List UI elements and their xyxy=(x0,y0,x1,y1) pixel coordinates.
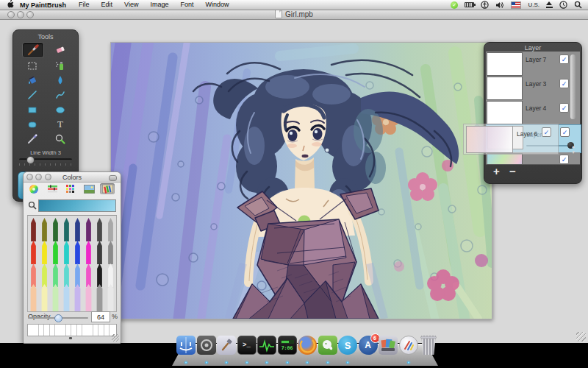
add-layer-button[interactable]: + xyxy=(493,166,500,177)
crayon[interactable] xyxy=(73,241,82,264)
dock-finder[interactable] xyxy=(176,336,196,355)
tool-ellipse[interactable] xyxy=(50,102,71,117)
painting-canvas[interactable] xyxy=(110,42,492,319)
layer-visible-checkbox[interactable]: ✓ xyxy=(559,103,569,113)
tool-eraser[interactable] xyxy=(50,42,71,57)
dock-skype[interactable]: S xyxy=(338,336,357,355)
crayon[interactable] xyxy=(73,284,82,312)
dock-firefox[interactable] xyxy=(298,336,317,355)
layer-thumbnail[interactable] xyxy=(487,153,523,165)
app-menu-title[interactable]: My PaintBrush xyxy=(17,1,73,9)
layer-row[interactable]: Layer 7 ✓ xyxy=(486,52,580,77)
dock-activity-monitor[interactable] xyxy=(257,336,276,355)
menu-image[interactable]: Image xyxy=(144,0,174,10)
crayon[interactable] xyxy=(84,218,93,241)
dock-evernote[interactable] xyxy=(318,336,337,355)
layer-visible-checkbox[interactable]: ✓ xyxy=(559,54,569,64)
sync-check-icon[interactable]: ✓ xyxy=(451,1,458,9)
color-search-icon[interactable] xyxy=(28,201,37,210)
scroll-up-arrow[interactable]: ▲ xyxy=(570,144,577,149)
current-color-bar[interactable] xyxy=(38,199,116,212)
dock-my-paintbrush[interactable] xyxy=(399,336,418,355)
crayon[interactable] xyxy=(95,284,104,312)
crayon[interactable] xyxy=(62,284,71,312)
dock-terminal[interactable]: >_ xyxy=(237,336,257,355)
crayon[interactable] xyxy=(29,218,38,241)
crayon[interactable] xyxy=(62,218,71,241)
tool-zoom[interactable] xyxy=(50,132,71,146)
tool-rounded-rect[interactable] xyxy=(22,117,43,132)
layer-visible-checkbox[interactable]: ✓ xyxy=(560,127,570,137)
dock-app-store[interactable]: A 6 xyxy=(359,336,378,355)
dock-trash[interactable] xyxy=(419,336,438,355)
mode-image-palettes[interactable] xyxy=(82,183,96,194)
opacity-knob[interactable] xyxy=(54,314,62,322)
tool-curve[interactable] xyxy=(50,88,71,102)
menu-font[interactable]: Font xyxy=(174,0,199,10)
crayon[interactable] xyxy=(62,241,71,264)
tool-paintbrush[interactable] xyxy=(22,42,44,58)
tool-picker[interactable] xyxy=(22,132,43,146)
spotlight-icon[interactable] xyxy=(574,1,582,9)
scroll-down-arrow[interactable]: ▼ xyxy=(570,150,577,155)
colors-toolbar-toggle[interactable] xyxy=(109,175,117,181)
dock-istat[interactable]: 7:06 xyxy=(278,336,297,355)
layer-visible-checkbox[interactable]: ✓ xyxy=(559,79,569,88)
universal-access-icon[interactable] xyxy=(481,1,489,9)
dock-photo-booth[interactable] xyxy=(379,336,398,355)
battery-icon[interactable] xyxy=(465,1,474,9)
crayon[interactable] xyxy=(106,284,115,312)
colors-resize-grip[interactable] xyxy=(112,334,119,342)
window-title-bar[interactable]: Girl.mpb xyxy=(0,9,588,20)
layer-thumbnail[interactable] xyxy=(487,52,523,76)
swatch-strip[interactable] xyxy=(27,324,117,336)
crayon[interactable] xyxy=(29,241,38,264)
layer-row[interactable]: Layer 3 ✓ xyxy=(486,76,580,101)
mode-color-sliders[interactable] xyxy=(45,183,60,194)
remove-layer-button[interactable]: − xyxy=(509,166,516,177)
layer-row[interactable]: Layer 4 ✓ xyxy=(486,100,580,125)
dock-xcode[interactable] xyxy=(217,336,236,355)
swatch-strip-handle[interactable] xyxy=(69,337,72,339)
dock-screen-sharing[interactable] xyxy=(197,336,216,355)
crayon[interactable] xyxy=(95,218,104,241)
layers-scrollbar[interactable] xyxy=(570,54,576,119)
menu-file[interactable]: File xyxy=(73,0,96,10)
crayon[interactable] xyxy=(51,284,60,312)
crayon[interactable] xyxy=(51,218,60,241)
colors-title-bar[interactable]: Colors xyxy=(24,172,121,183)
apple-menu[interactable] xyxy=(0,0,17,11)
clock-icon[interactable] xyxy=(559,1,567,9)
tool-select[interactable] xyxy=(22,58,43,73)
crayon[interactable] xyxy=(84,241,93,264)
opacity-value[interactable]: 64 xyxy=(91,311,110,322)
crayon[interactable] xyxy=(95,241,104,264)
mode-color-palettes[interactable] xyxy=(63,183,78,194)
tool-line[interactable] xyxy=(22,88,43,102)
crayon[interactable] xyxy=(73,218,82,241)
crayon[interactable] xyxy=(40,241,49,264)
menu-view[interactable]: View xyxy=(118,0,144,10)
mode-color-wheel[interactable] xyxy=(26,183,41,194)
tool-text[interactable]: T xyxy=(50,117,71,132)
input-source-label[interactable]: U.S. xyxy=(528,1,539,8)
crayon[interactable] xyxy=(29,284,38,312)
crayon[interactable] xyxy=(40,284,49,312)
window-resize-grip[interactable] xyxy=(576,332,586,342)
layer-visible-checkbox[interactable]: ✓ xyxy=(559,155,569,164)
volume-icon[interactable] xyxy=(495,1,504,9)
tool-water-drop[interactable] xyxy=(50,73,71,88)
tool-fill[interactable] xyxy=(22,73,43,88)
crayon[interactable] xyxy=(84,284,93,312)
eject-icon[interactable] xyxy=(546,1,553,9)
crayon[interactable] xyxy=(40,218,49,241)
layer-thumbnail[interactable] xyxy=(487,77,523,100)
crayon[interactable] xyxy=(106,218,115,241)
tool-rectangle[interactable] xyxy=(22,102,43,117)
crayon[interactable] xyxy=(51,241,60,264)
tool-spray[interactable] xyxy=(50,58,71,73)
layer-thumbnail[interactable] xyxy=(487,101,523,124)
menu-window[interactable]: Window xyxy=(199,0,234,10)
crayon[interactable] xyxy=(106,241,115,264)
input-flag-icon[interactable] xyxy=(511,1,521,9)
